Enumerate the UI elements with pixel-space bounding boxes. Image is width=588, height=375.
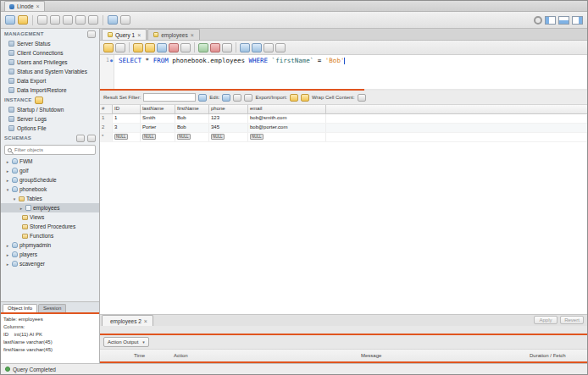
- tree-item-tables[interactable]: ▾Tables: [1, 194, 99, 203]
- new-query-tab-icon[interactable]: [5, 15, 15, 25]
- cell-email[interactable]: bob@porter.com: [248, 124, 326, 132]
- status-circle-icon[interactable]: [534, 16, 542, 25]
- collapse-arrow-icon[interactable]: ▾: [12, 196, 17, 201]
- commit-icon[interactable]: [198, 43, 208, 52]
- close-icon[interactable]: ×: [144, 318, 147, 324]
- tree-item-phpmyadmin[interactable]: ▸phpmyadmin: [1, 240, 99, 250]
- tree-item-functions[interactable]: Functions: [1, 231, 99, 240]
- schemas-pin-icon[interactable]: [76, 135, 85, 142]
- tree-item-groupschedule[interactable]: ▸groupSchedule: [1, 175, 99, 185]
- sidebar-item-options-file[interactable]: Options File: [1, 124, 99, 133]
- sidebar-item-server-status[interactable]: Server Status: [1, 39, 99, 48]
- close-icon[interactable]: ×: [36, 3, 40, 9]
- col-header-id[interactable]: ID: [113, 105, 141, 113]
- close-icon[interactable]: ×: [137, 32, 141, 38]
- create-view-icon[interactable]: [63, 15, 73, 25]
- cell-phone[interactable]: 345: [209, 124, 248, 132]
- rollback-icon[interactable]: [210, 43, 220, 52]
- tab-employees[interactable]: employees ×: [147, 29, 200, 40]
- output-selector[interactable]: Action Output ▾: [103, 337, 149, 347]
- sidebar-item-startup-shutdown[interactable]: Startup / Shutdown: [1, 105, 99, 114]
- edit-row-icon[interactable]: [222, 94, 230, 102]
- create-schema-icon[interactable]: [37, 15, 47, 25]
- cell-lastname[interactable]: Porter: [141, 124, 175, 132]
- sql-editor[interactable]: 1 ● SELECT * FROM phonebook.employees WH…: [100, 55, 587, 89]
- expand-arrow-icon[interactable]: ▸: [5, 262, 10, 267]
- sidebar-item-users-privileges[interactable]: Users and Privileges: [1, 58, 99, 67]
- expand-arrow-icon[interactable]: ▸: [19, 206, 24, 211]
- sidebar-item-client-connections[interactable]: Client Connections: [1, 48, 99, 58]
- table-row[interactable]: 1 1 Smith Bob 123 bob@smith.com: [100, 114, 587, 124]
- table-row[interactable]: 2 3 Porter Bob 345 bob@porter.com: [100, 124, 587, 133]
- result-filter-input[interactable]: [143, 93, 196, 102]
- reconnect-icon[interactable]: [120, 15, 130, 25]
- cell-firstname[interactable]: Bob: [175, 124, 209, 132]
- search-table-data-icon[interactable]: [108, 15, 118, 25]
- col-header-phone[interactable]: phone: [209, 105, 248, 113]
- find-icon[interactable]: [252, 43, 262, 52]
- expand-arrow-icon[interactable]: ▸: [5, 159, 10, 164]
- add-row-icon[interactable]: [233, 94, 241, 102]
- management-refresh-icon[interactable]: [87, 30, 96, 38]
- autocommit-toggle-icon[interactable]: [222, 43, 232, 52]
- sidebar-item-status-variables[interactable]: Status and System Variables: [1, 67, 99, 76]
- explain-plan-icon[interactable]: [157, 43, 167, 52]
- wrap-text-toggle-icon[interactable]: [275, 43, 286, 52]
- sidebar-item-server-logs[interactable]: Server Logs: [1, 114, 99, 124]
- stop-query-icon[interactable]: [169, 43, 179, 52]
- execute-statement-icon[interactable]: [133, 43, 143, 52]
- tab-session[interactable]: Session: [38, 304, 66, 312]
- sidebar-item-data-export[interactable]: Data Export: [1, 76, 99, 85]
- tree-item-golf[interactable]: ▸golf: [1, 166, 99, 175]
- schema-filter-input[interactable]: [14, 147, 92, 152]
- stop-on-error-toggle-icon[interactable]: [180, 43, 191, 52]
- beautify-script-icon[interactable]: [240, 43, 250, 52]
- tree-item-fwm[interactable]: ▸FWM: [1, 157, 99, 166]
- col-header-firstname[interactable]: firstName: [175, 105, 209, 113]
- schemas-refresh-icon[interactable]: [87, 135, 96, 142]
- wrap-cell-content-icon[interactable]: [358, 94, 366, 102]
- tab-result-employees-2[interactable]: employees 2 ×: [102, 315, 153, 326]
- table-row-new[interactable]: * NULL NULL NULL NULL NULL: [100, 133, 587, 142]
- invisible-chars-toggle-icon[interactable]: [263, 43, 274, 52]
- tree-item-stored-procedures[interactable]: Stored Procedures: [1, 222, 99, 231]
- cell-id[interactable]: 1: [113, 114, 141, 123]
- tree-item-scavenger[interactable]: ▸scavenger: [1, 259, 99, 268]
- cell-id[interactable]: 3: [113, 124, 141, 132]
- cell-email[interactable]: bob@smith.com: [248, 114, 326, 123]
- cell-firstname[interactable]: Bob: [175, 114, 209, 123]
- tree-item-players[interactable]: ▸players: [1, 250, 99, 259]
- col-header-lastname[interactable]: lastName: [141, 105, 175, 113]
- toggle-left-sidebar-icon[interactable]: [545, 16, 556, 25]
- execute-current-icon[interactable]: [145, 43, 155, 52]
- tree-item-employees[interactable]: ▸employees: [1, 203, 99, 212]
- tree-item-views[interactable]: Views: [1, 212, 99, 222]
- expand-arrow-icon[interactable]: ▸: [5, 168, 10, 174]
- open-script-icon[interactable]: [18, 15, 28, 25]
- expand-arrow-icon[interactable]: ▸: [5, 178, 10, 183]
- save-script-icon[interactable]: [115, 43, 125, 52]
- cell-lastname[interactable]: Smith: [141, 114, 175, 123]
- tab-query-1[interactable]: Query 1 ×: [102, 29, 147, 40]
- revert-button[interactable]: Revert: [560, 316, 584, 324]
- import-records-icon[interactable]: [301, 94, 309, 102]
- connection-tab[interactable]: Linode ×: [4, 1, 45, 11]
- expand-arrow-icon[interactable]: ▸: [5, 252, 10, 257]
- expand-arrow-icon[interactable]: ▸: [5, 243, 10, 248]
- apply-button[interactable]: Apply: [534, 316, 557, 324]
- sidebar-item-data-import[interactable]: Data Import/Restore: [1, 85, 99, 95]
- close-icon[interactable]: ×: [191, 32, 194, 38]
- collapse-arrow-icon[interactable]: ▾: [5, 187, 10, 192]
- export-recordset-icon[interactable]: [290, 94, 298, 102]
- cell-phone[interactable]: 123: [209, 114, 248, 123]
- create-table-icon[interactable]: [50, 15, 60, 25]
- editor-result-splitter[interactable]: [100, 89, 587, 91]
- toggle-right-sidebar-icon[interactable]: [572, 16, 583, 25]
- toggle-output-area-icon[interactable]: [558, 16, 569, 25]
- create-procedure-icon[interactable]: [75, 15, 86, 25]
- tree-item-phonebook[interactable]: ▾phonebook: [1, 185, 99, 194]
- tab-object-info[interactable]: Object Info: [3, 304, 37, 312]
- col-header-email[interactable]: email: [248, 105, 326, 113]
- refresh-grid-icon[interactable]: [198, 94, 207, 102]
- delete-row-icon[interactable]: [244, 94, 252, 102]
